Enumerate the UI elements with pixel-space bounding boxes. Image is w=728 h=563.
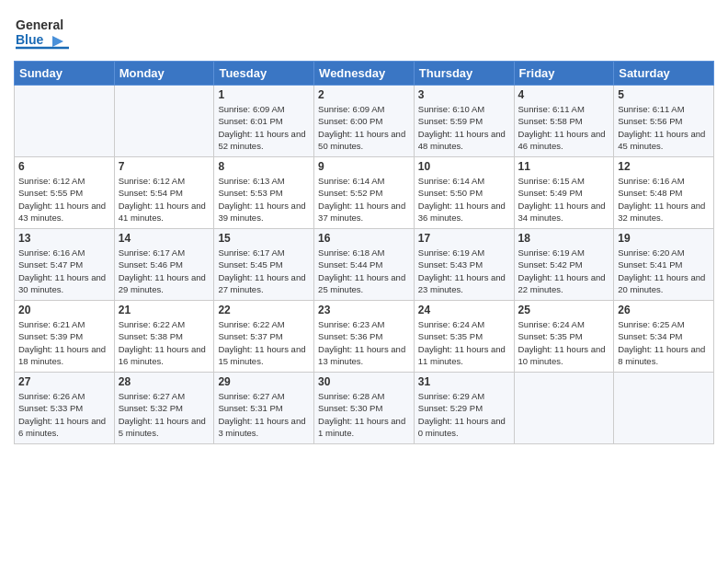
calendar-day-cell: 2Sunrise: 6:09 AMSunset: 6:00 PMDaylight… — [314, 86, 415, 157]
day-info: Sunrise: 6:11 AMSunset: 5:56 PMDaylight:… — [618, 103, 710, 152]
calendar-day-cell: 19Sunrise: 6:20 AMSunset: 5:41 PMDayligh… — [614, 229, 714, 301]
day-info: Sunrise: 6:12 AMSunset: 5:55 PMDaylight:… — [18, 175, 110, 224]
day-number: 22 — [218, 304, 310, 316]
day-number: 26 — [618, 304, 710, 316]
calendar-day-cell: 21Sunrise: 6:22 AMSunset: 5:38 PMDayligh… — [114, 301, 214, 373]
day-number: 23 — [318, 304, 410, 316]
calendar-day-cell — [114, 86, 214, 157]
day-number: 21 — [119, 304, 210, 316]
calendar-day-cell: 27Sunrise: 6:26 AMSunset: 5:33 PMDayligh… — [15, 373, 115, 444]
day-number: 4 — [518, 88, 610, 101]
calendar-day-cell: 1Sunrise: 6:09 AMSunset: 6:01 PMDaylight… — [214, 86, 314, 157]
calendar-day-cell: 24Sunrise: 6:24 AMSunset: 5:35 PMDayligh… — [414, 301, 514, 373]
day-number: 18 — [518, 232, 610, 245]
day-number: 31 — [418, 375, 510, 388]
calendar-day-cell: 10Sunrise: 6:14 AMSunset: 5:50 PMDayligh… — [414, 157, 514, 229]
logo-icon: General Blue — [14, 9, 78, 53]
day-info: Sunrise: 6:14 AMSunset: 5:50 PMDaylight:… — [418, 175, 510, 224]
svg-text:Blue: Blue — [16, 32, 44, 47]
header: General Blue — [14, 9, 714, 53]
svg-marker-2 — [52, 36, 63, 47]
day-info: Sunrise: 6:15 AMSunset: 5:49 PMDaylight:… — [518, 175, 610, 224]
day-number: 10 — [418, 160, 510, 173]
calendar-week-row: 1Sunrise: 6:09 AMSunset: 6:01 PMDaylight… — [15, 86, 714, 157]
calendar-day-cell: 23Sunrise: 6:23 AMSunset: 5:36 PMDayligh… — [314, 301, 415, 373]
calendar-day-cell: 18Sunrise: 6:19 AMSunset: 5:42 PMDayligh… — [514, 229, 614, 301]
day-number: 15 — [218, 232, 310, 245]
day-info: Sunrise: 6:17 AMSunset: 5:45 PMDaylight:… — [218, 247, 310, 295]
logo: General Blue — [14, 9, 78, 53]
day-number: 14 — [119, 232, 210, 245]
calendar-body: 1Sunrise: 6:09 AMSunset: 6:01 PMDaylight… — [15, 86, 714, 444]
weekday-header-row: SundayMondayTuesdayWednesdayThursdayFrid… — [15, 62, 714, 86]
calendar-day-cell: 15Sunrise: 6:17 AMSunset: 5:45 PMDayligh… — [214, 229, 314, 301]
calendar-week-row: 6Sunrise: 6:12 AMSunset: 5:55 PMDaylight… — [15, 157, 714, 229]
calendar-day-cell — [514, 373, 614, 444]
weekday-header-cell: Wednesday — [314, 62, 415, 86]
day-info: Sunrise: 6:19 AMSunset: 5:42 PMDaylight:… — [518, 247, 610, 295]
day-number: 8 — [218, 160, 310, 173]
calendar-day-cell: 28Sunrise: 6:27 AMSunset: 5:32 PMDayligh… — [114, 373, 214, 444]
day-number: 16 — [318, 232, 410, 245]
day-number: 7 — [119, 160, 210, 173]
day-number: 11 — [518, 160, 610, 173]
weekday-header-cell: Thursday — [414, 62, 514, 86]
weekday-header-cell: Friday — [514, 62, 614, 86]
calendar-day-cell: 22Sunrise: 6:22 AMSunset: 5:37 PMDayligh… — [214, 301, 314, 373]
day-info: Sunrise: 6:12 AMSunset: 5:54 PMDaylight:… — [119, 175, 210, 224]
weekday-header-cell: Saturday — [614, 62, 714, 86]
calendar-day-cell: 30Sunrise: 6:28 AMSunset: 5:30 PMDayligh… — [314, 373, 415, 444]
calendar-day-cell: 5Sunrise: 6:11 AMSunset: 5:56 PMDaylight… — [614, 86, 714, 157]
calendar-day-cell: 14Sunrise: 6:17 AMSunset: 5:46 PMDayligh… — [114, 229, 214, 301]
calendar-day-cell: 7Sunrise: 6:12 AMSunset: 5:54 PMDaylight… — [114, 157, 214, 229]
day-number: 13 — [18, 232, 110, 245]
calendar-day-cell — [15, 86, 115, 157]
day-info: Sunrise: 6:21 AMSunset: 5:39 PMDaylight:… — [18, 318, 110, 367]
calendar-day-cell: 31Sunrise: 6:29 AMSunset: 5:29 PMDayligh… — [414, 373, 514, 444]
day-number: 28 — [119, 375, 210, 388]
calendar-day-cell: 16Sunrise: 6:18 AMSunset: 5:44 PMDayligh… — [314, 229, 415, 301]
calendar-day-cell: 29Sunrise: 6:27 AMSunset: 5:31 PMDayligh… — [214, 373, 314, 444]
day-number: 27 — [18, 375, 110, 388]
day-info: Sunrise: 6:22 AMSunset: 5:37 PMDaylight:… — [218, 318, 310, 367]
day-info: Sunrise: 6:22 AMSunset: 5:38 PMDaylight:… — [119, 318, 210, 367]
svg-text:General: General — [16, 17, 63, 32]
day-info: Sunrise: 6:27 AMSunset: 5:32 PMDaylight:… — [119, 390, 210, 439]
day-number: 6 — [18, 160, 110, 173]
calendar-day-cell: 6Sunrise: 6:12 AMSunset: 5:55 PMDaylight… — [15, 157, 115, 229]
day-info: Sunrise: 6:25 AMSunset: 5:34 PMDaylight:… — [618, 318, 710, 367]
day-info: Sunrise: 6:11 AMSunset: 5:58 PMDaylight:… — [518, 103, 610, 152]
calendar-day-cell: 26Sunrise: 6:25 AMSunset: 5:34 PMDayligh… — [614, 301, 714, 373]
day-info: Sunrise: 6:29 AMSunset: 5:29 PMDaylight:… — [418, 390, 510, 439]
weekday-header-cell: Monday — [114, 62, 214, 86]
day-number: 2 — [318, 88, 410, 101]
day-info: Sunrise: 6:28 AMSunset: 5:30 PMDaylight:… — [318, 390, 410, 439]
calendar-day-cell: 12Sunrise: 6:16 AMSunset: 5:48 PMDayligh… — [614, 157, 714, 229]
day-info: Sunrise: 6:24 AMSunset: 5:35 PMDaylight:… — [518, 318, 610, 367]
calendar-table: SundayMondayTuesdayWednesdayThursdayFrid… — [14, 61, 714, 444]
day-number: 24 — [418, 304, 510, 316]
day-number: 19 — [618, 232, 710, 245]
day-info: Sunrise: 6:09 AMSunset: 6:00 PMDaylight:… — [318, 103, 410, 152]
day-info: Sunrise: 6:24 AMSunset: 5:35 PMDaylight:… — [418, 318, 510, 367]
calendar-day-cell: 8Sunrise: 6:13 AMSunset: 5:53 PMDaylight… — [214, 157, 314, 229]
calendar-day-cell: 13Sunrise: 6:16 AMSunset: 5:47 PMDayligh… — [15, 229, 115, 301]
day-info: Sunrise: 6:17 AMSunset: 5:46 PMDaylight:… — [119, 247, 210, 295]
day-info: Sunrise: 6:09 AMSunset: 6:01 PMDaylight:… — [218, 103, 310, 152]
weekday-header-cell: Tuesday — [214, 62, 314, 86]
calendar-day-cell: 17Sunrise: 6:19 AMSunset: 5:43 PMDayligh… — [414, 229, 514, 301]
day-number: 9 — [318, 160, 410, 173]
calendar-week-row: 20Sunrise: 6:21 AMSunset: 5:39 PMDayligh… — [15, 301, 714, 373]
day-number: 25 — [518, 304, 610, 316]
day-number: 12 — [618, 160, 710, 173]
day-info: Sunrise: 6:13 AMSunset: 5:53 PMDaylight:… — [218, 175, 310, 224]
calendar-day-cell: 11Sunrise: 6:15 AMSunset: 5:49 PMDayligh… — [514, 157, 614, 229]
day-info: Sunrise: 6:27 AMSunset: 5:31 PMDaylight:… — [218, 390, 310, 439]
calendar-week-row: 27Sunrise: 6:26 AMSunset: 5:33 PMDayligh… — [15, 373, 714, 444]
day-info: Sunrise: 6:20 AMSunset: 5:41 PMDaylight:… — [618, 247, 710, 295]
day-info: Sunrise: 6:23 AMSunset: 5:36 PMDaylight:… — [318, 318, 410, 367]
day-number: 3 — [418, 88, 510, 101]
calendar-day-cell: 9Sunrise: 6:14 AMSunset: 5:52 PMDaylight… — [314, 157, 415, 229]
calendar-week-row: 13Sunrise: 6:16 AMSunset: 5:47 PMDayligh… — [15, 229, 714, 301]
day-info: Sunrise: 6:16 AMSunset: 5:48 PMDaylight:… — [618, 175, 710, 224]
